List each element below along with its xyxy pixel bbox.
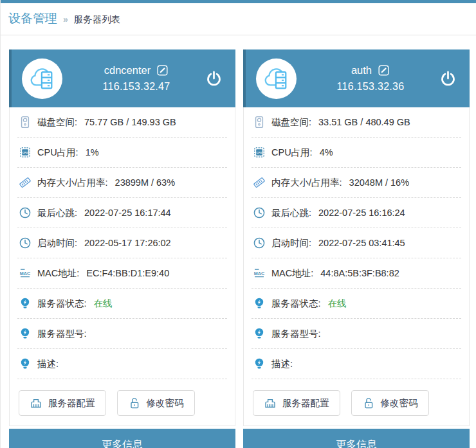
power-icon[interactable] (439, 70, 457, 87)
metric-value: EC:F4:BB:D1:E9:40 (86, 268, 169, 278)
memory-icon (253, 176, 266, 189)
metric-label: CPU占用: (37, 147, 78, 159)
metric-label: MAC地址: (271, 267, 313, 280)
bulb-icon (253, 327, 266, 340)
clock-icon (253, 237, 266, 249)
metric-value: 2022-07-25 16:16:24 (318, 208, 405, 218)
bulb-icon (253, 297, 266, 310)
metric-row-boot-time: 启动时间: 2022-07-25 03:41:45 (252, 228, 461, 258)
metric-label: 最后心跳: (271, 207, 311, 219)
lock-icon (362, 397, 375, 409)
metric-row-memory: 内存大小/占用率: 23899M / 63% (17, 168, 227, 198)
metric-row-disk: 磁盘空间: 75.77 GB / 149.93 GB (17, 107, 227, 138)
cpu-icon (253, 146, 266, 159)
server-card: auth 116.153.32.36 磁盘空间: 33.51 GB / 480.… (243, 49, 470, 448)
cloud-server-icon (28, 64, 57, 93)
metric-row-heartbeat: 最后心跳: 2022-07-25 16:17:44 (17, 198, 227, 228)
metric-row-status: 服务器状态: 在线 (17, 289, 227, 319)
metric-value: 2022-07-25 03:41:45 (318, 238, 405, 248)
server-ip: 116.153.32.36 (302, 81, 439, 93)
metric-label: MAC地址: (37, 267, 79, 280)
ethernet-icon (264, 397, 277, 409)
breadcrumb-separator-icon: » (63, 14, 68, 24)
change-password-button[interactable]: 修改密码 (117, 390, 195, 416)
disk-icon (253, 116, 266, 129)
metric-value: 2022-05-17 17:26:02 (84, 238, 171, 248)
mac-icon (253, 267, 266, 280)
metric-value: 44:8A:5B:3F:B8:82 (320, 268, 399, 278)
more-info-button[interactable]: 更多信息 (9, 429, 235, 448)
metric-row-disk: 磁盘空间: 33.51 GB / 480.49 GB (252, 107, 461, 138)
change-password-label: 修改密码 (381, 397, 418, 409)
cloud-server-icon (262, 64, 291, 93)
clock-icon (19, 206, 32, 219)
edit-name-icon[interactable] (378, 64, 390, 76)
power-icon[interactable] (205, 70, 223, 87)
change-password-button[interactable]: 修改密码 (351, 390, 429, 416)
metric-row-status: 服务器状态: 在线 (252, 289, 461, 319)
card-actions: 服务器配置 修改密码 (10, 379, 235, 426)
metric-label: 描述: (37, 358, 59, 370)
lock-icon (128, 397, 141, 409)
metric-row-mac: MAC地址: 44:8A:5B:3F:B8:82 (252, 258, 461, 289)
breadcrumb: 设备管理 » 服务器列表 (1, 3, 476, 35)
metric-row-model: 服务器型号: (17, 319, 227, 349)
metric-label: 描述: (271, 358, 293, 370)
server-identity: cdncenter 116.153.32.47 (62, 64, 205, 93)
cpu-icon (19, 146, 32, 159)
metric-value: 1% (86, 147, 99, 157)
metric-row-heartbeat: 最后心跳: 2022-07-25 16:16:24 (252, 198, 461, 228)
more-info-button[interactable]: 更多信息 (243, 429, 470, 448)
edit-name-icon[interactable] (156, 64, 169, 76)
server-ip: 116.153.32.47 (68, 81, 205, 93)
metric-label: 启动时间: (271, 237, 311, 249)
server-identity: auth 116.153.32.36 (297, 64, 439, 93)
metric-row-mac: MAC地址: EC:F4:BB:D1:E9:40 (17, 258, 227, 289)
metric-row-boot-time: 启动时间: 2022-05-17 17:26:02 (17, 228, 227, 258)
metric-row-description: 描述: (17, 349, 227, 379)
metric-label: 服务器型号: (271, 328, 321, 340)
metric-value: 32048M / 16% (349, 177, 410, 188)
bulb-icon (19, 327, 32, 340)
server-config-button[interactable]: 服务器配置 (19, 390, 106, 416)
metric-value: 23899M / 63% (115, 177, 176, 188)
bulb-icon (253, 357, 266, 370)
metric-label: 磁盘空间: (271, 116, 311, 129)
disk-icon (19, 116, 32, 129)
metric-label: 启动时间: (37, 237, 77, 249)
mac-icon (19, 267, 32, 280)
breadcrumb-page: 服务器列表 (74, 13, 121, 26)
metric-row-description: 描述: (252, 349, 461, 379)
avatar (22, 58, 62, 99)
metric-value: 75.77 GB / 149.93 GB (84, 117, 176, 127)
metric-row-cpu: CPU占用: 1% (17, 138, 227, 168)
server-config-label: 服务器配置 (282, 397, 329, 409)
metric-label: 最后心跳: (37, 207, 77, 219)
server-name: auth (351, 64, 372, 76)
metric-label: 磁盘空间: (37, 116, 77, 129)
clock-icon (19, 237, 32, 249)
metric-label: 服务器状态: (271, 298, 321, 310)
clock-icon (253, 206, 266, 219)
server-card: cdncenter 116.153.32.47 磁盘空间: 75.77 GB /… (9, 49, 235, 448)
card-header: auth 116.153.32.36 (243, 49, 470, 107)
server-config-label: 服务器配置 (48, 397, 95, 409)
breadcrumb-section[interactable]: 设备管理 (8, 10, 57, 27)
memory-icon (19, 176, 32, 189)
avatar (256, 58, 297, 99)
metric-row-memory: 内存大小/占用率: 32048M / 16% (252, 168, 461, 198)
card-body: 磁盘空间: 33.51 GB / 480.49 GB CPU占用: 4% 内存大… (243, 107, 470, 426)
bulb-icon (19, 357, 32, 370)
ethernet-icon (30, 397, 42, 409)
metric-label: 服务器状态: (37, 298, 87, 310)
metric-value: 2022-07-25 16:17:44 (84, 208, 171, 218)
server-config-button[interactable]: 服务器配置 (253, 390, 340, 416)
metric-label: 内存大小/占用率: (37, 177, 108, 189)
metric-value: 4% (320, 147, 333, 157)
bulb-icon (19, 297, 32, 310)
status-badge: 在线 (94, 298, 113, 310)
server-name: cdncenter (104, 64, 151, 76)
status-badge: 在线 (328, 298, 347, 310)
change-password-label: 修改密码 (147, 397, 184, 409)
card-actions: 服务器配置 修改密码 (244, 379, 469, 426)
